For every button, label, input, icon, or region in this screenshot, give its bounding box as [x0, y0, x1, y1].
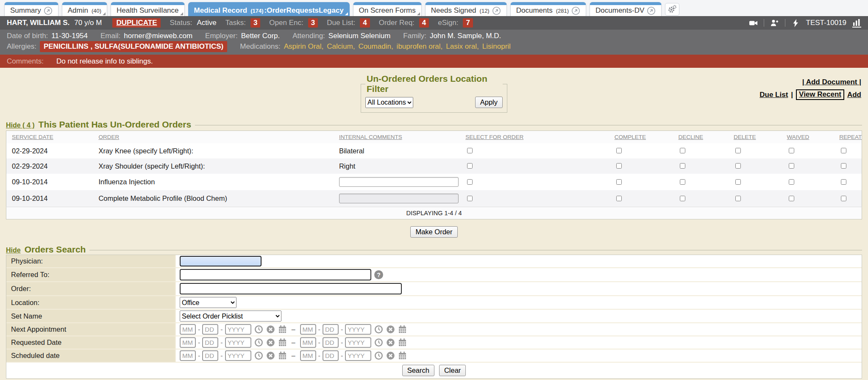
column-header-delete[interactable]: DELETE — [728, 131, 782, 144]
medication-link[interactable]: Lisinopril — [482, 42, 511, 52]
date-mm-input[interactable] — [300, 350, 316, 361]
location-select[interactable]: Office — [180, 297, 236, 308]
complete-checkbox[interactable] — [616, 179, 622, 185]
select-for-order-checkbox[interactable] — [467, 179, 473, 185]
referred-to-input[interactable] — [180, 269, 371, 280]
time-picker-icon[interactable] — [374, 325, 383, 334]
clear-date-icon[interactable] — [266, 351, 275, 360]
date-dd-input[interactable] — [202, 350, 218, 361]
decline-checkbox[interactable] — [680, 196, 685, 201]
duplicate-badge[interactable]: DUPLICATE — [112, 18, 161, 28]
popup-icon[interactable] — [44, 6, 53, 15]
due-list-count-badge[interactable]: 4 — [360, 18, 370, 28]
calendar-icon[interactable] — [278, 338, 287, 347]
repeat-checkbox[interactable] — [841, 163, 846, 169]
add-document-link[interactable]: | Add Document | — [802, 78, 861, 86]
date-dd-input[interactable] — [323, 337, 339, 348]
medication-link[interactable]: ibuprofen oral, — [397, 42, 443, 52]
delete-checkbox[interactable] — [735, 163, 741, 169]
waived-checkbox[interactable] — [789, 163, 794, 169]
calendar-icon[interactable] — [278, 325, 287, 334]
date-mm-input[interactable] — [180, 350, 196, 361]
repeat-checkbox[interactable] — [841, 196, 846, 201]
date-yyyy-input[interactable] — [345, 337, 371, 348]
complete-checkbox[interactable] — [616, 196, 622, 201]
select-for-order-checkbox[interactable] — [467, 163, 473, 169]
medication-link[interactable]: Lasix oral, — [446, 42, 479, 52]
tab-summary[interactable]: Summary — [4, 2, 58, 16]
time-picker-icon[interactable] — [374, 351, 383, 360]
date-mm-input[interactable] — [180, 324, 196, 335]
date-mm-input[interactable] — [300, 324, 316, 335]
order-input[interactable] — [180, 283, 402, 294]
clear-date-icon[interactable] — [266, 325, 275, 334]
column-header-repeat[interactable]: REPEAT — [834, 131, 862, 144]
popup-icon[interactable] — [571, 6, 580, 15]
date-dd-input[interactable] — [323, 324, 339, 335]
calendar-icon[interactable] — [278, 351, 287, 360]
physician-input[interactable] — [180, 256, 262, 266]
location-filter-select[interactable]: All Locations — [365, 97, 413, 108]
lightning-icon[interactable] — [791, 19, 800, 28]
allergies-badge[interactable]: PENICILLINS , SULFA(SULFONAMIDE ANTIBIOT… — [40, 41, 227, 52]
date-dd-input[interactable] — [323, 350, 339, 361]
date-mm-input[interactable] — [300, 337, 316, 348]
select-for-order-checkbox[interactable] — [467, 196, 473, 201]
tab-documents-dv[interactable]: Documents-DV — [590, 2, 662, 16]
time-picker-icon[interactable] — [254, 338, 263, 347]
popup-icon[interactable] — [647, 6, 656, 15]
time-picker-icon[interactable] — [254, 325, 263, 334]
set-name-select[interactable]: Select Order Picklist — [180, 311, 281, 322]
tab-admin[interactable]: Admin (40) — [62, 2, 107, 16]
hide-orders-search-link[interactable]: Hide — [6, 247, 21, 254]
time-picker-icon[interactable] — [254, 351, 263, 360]
tab-needs-signed[interactable]: Needs Signed (12) — [425, 2, 507, 16]
clear-date-icon[interactable] — [386, 351, 395, 360]
medication-link[interactable]: Aspirin Oral, — [284, 42, 324, 52]
column-header-select-for-order[interactable]: SELECT FOR ORDER — [460, 131, 609, 144]
apply-button[interactable]: Apply — [475, 97, 503, 108]
calendar-icon[interactable] — [398, 325, 407, 334]
repeat-checkbox[interactable] — [841, 179, 846, 185]
medication-link[interactable]: Coumadin, — [358, 42, 393, 52]
date-dd-input[interactable] — [202, 337, 218, 348]
make-order-button[interactable]: Make Order — [410, 226, 457, 238]
popup-icon[interactable] — [492, 6, 501, 15]
decline-checkbox[interactable] — [680, 179, 685, 185]
complete-checkbox[interactable] — [616, 163, 622, 169]
waived-checkbox[interactable] — [789, 196, 794, 201]
tasks-count-badge[interactable]: 3 — [250, 18, 260, 28]
column-header-order[interactable]: ORDER — [93, 131, 334, 144]
esign-count-badge[interactable]: 7 — [463, 18, 473, 28]
tab-medical-record[interactable]: Medical Record (174) :OrderRequestsLegac… — [188, 2, 350, 16]
decline-checkbox[interactable] — [680, 148, 685, 153]
tab-on-screen-forms[interactable]: On Screen Forms — [353, 2, 422, 16]
clear-button[interactable]: Clear — [439, 365, 466, 376]
date-dd-input[interactable] — [202, 324, 218, 335]
delete-checkbox[interactable] — [735, 196, 741, 201]
date-yyyy-input[interactable] — [225, 324, 251, 335]
date-mm-input[interactable] — [180, 337, 196, 348]
due-list-link[interactable]: Due List — [760, 91, 788, 99]
tab-settings-button[interactable] — [665, 3, 679, 16]
calendar-icon[interactable] — [398, 338, 407, 347]
column-header-decline[interactable]: DECLINE — [673, 131, 728, 144]
date-yyyy-input[interactable] — [345, 350, 371, 361]
clear-date-icon[interactable] — [386, 325, 395, 334]
tab-documents[interactable]: Documents (281) — [510, 2, 586, 16]
add-person-icon[interactable] — [770, 19, 779, 28]
referred-to-help-icon[interactable]: ? — [374, 270, 383, 279]
column-header-waived[interactable]: WAIVED — [782, 131, 834, 144]
tab-health-surveillance[interactable]: Health Surveillance — [111, 2, 184, 16]
video-camera-icon[interactable] — [749, 19, 758, 28]
open-enc-count-badge[interactable]: 3 — [308, 18, 318, 28]
delete-checkbox[interactable] — [735, 179, 741, 185]
column-header-complete[interactable]: COMPLETE — [609, 131, 673, 144]
internal-comment-input[interactable] — [339, 194, 459, 203]
date-yyyy-input[interactable] — [345, 324, 371, 335]
clear-date-icon[interactable] — [266, 338, 275, 347]
waived-checkbox[interactable] — [789, 148, 794, 153]
search-button[interactable]: Search — [402, 365, 434, 376]
date-yyyy-input[interactable] — [225, 337, 251, 348]
complete-checkbox[interactable] — [616, 148, 622, 153]
